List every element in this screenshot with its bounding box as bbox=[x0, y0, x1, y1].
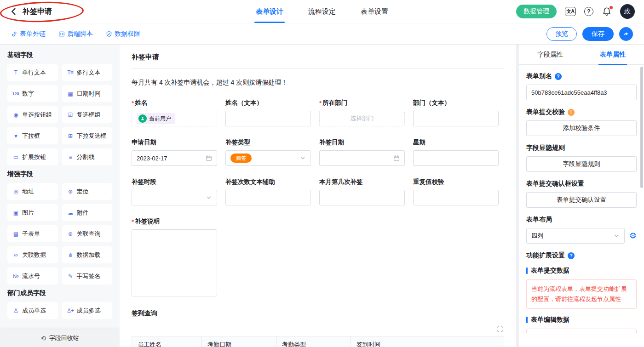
remark-textarea[interactable] bbox=[132, 229, 217, 296]
tab-form-settings[interactable]: 表单设置 bbox=[359, 0, 390, 23]
field-type-data-load[interactable]: ılı数据加载 bbox=[62, 246, 113, 263]
recycle-icon: ⟲ bbox=[40, 335, 46, 342]
field-type-label: 附件 bbox=[77, 209, 89, 217]
resign-date-input[interactable] bbox=[319, 150, 405, 166]
field-type-member-single[interactable]: ♙成员单选 bbox=[7, 302, 58, 319]
form-field-weekday[interactable]: 星期 bbox=[413, 138, 499, 166]
translate-icon[interactable]: 文A bbox=[565, 7, 576, 16]
field-type-divider[interactable]: ≡分割线 bbox=[62, 148, 113, 165]
backend-script-link[interactable]: 后端脚本 bbox=[58, 30, 93, 38]
calendar-icon bbox=[393, 155, 400, 161]
field-type-image[interactable]: ▣图片 bbox=[7, 204, 58, 221]
field-label: 姓名（文本） bbox=[225, 99, 311, 107]
form-field-resign-date[interactable]: 补签日期 bbox=[319, 138, 405, 166]
fullscreen-expand-icon[interactable] bbox=[497, 326, 503, 332]
sub-toolbar-actions: 预览 保存 bbox=[546, 27, 633, 41]
question-icon[interactable]: ? bbox=[568, 252, 575, 259]
save-button[interactable]: 保存 bbox=[582, 27, 614, 41]
field-type-select[interactable]: ▾下拉框 bbox=[7, 127, 58, 144]
tab-field-properties[interactable]: 字段属性 bbox=[519, 45, 581, 64]
field-type-linked-query[interactable]: ⊚关联查询 bbox=[62, 225, 113, 242]
field-type-address[interactable]: ◎地址 bbox=[7, 183, 58, 200]
field-type-member-multi[interactable]: ♙+成员多选 bbox=[62, 302, 113, 319]
form-field-remark[interactable]: 补签说明 bbox=[132, 217, 217, 296]
department-picker[interactable]: 选择部门 bbox=[319, 111, 405, 126]
help-icon[interactable]: ? bbox=[584, 7, 593, 16]
field-type-multi-line-text[interactable]: T≡多行文本 bbox=[62, 64, 113, 81]
tab-flow-settings[interactable]: 流程设定 bbox=[307, 0, 337, 23]
field-type-label: 地址 bbox=[22, 188, 34, 196]
submit-confirm-button[interactable]: 表单提交确认设置 bbox=[526, 192, 637, 208]
form-description[interactable]: 每月共有 4 次补签申请机会，超过 4 次则按请假处理！ bbox=[132, 79, 504, 87]
field-type-checkbox-group[interactable]: ☑复选框组 bbox=[62, 106, 113, 123]
field-type-label: 数据加载 bbox=[77, 251, 101, 259]
department-text-input[interactable] bbox=[413, 111, 499, 126]
name-widget[interactable]: 当前用户 bbox=[132, 111, 217, 126]
data-manage-button[interactable]: 数据管理 bbox=[516, 5, 557, 18]
form-field-apply-date[interactable]: 申请日期 2023-02-17 bbox=[132, 138, 217, 166]
gear-icon[interactable]: ⚙ bbox=[629, 232, 637, 240]
column-header[interactable]: 员工姓名 bbox=[132, 336, 202, 347]
field-type-label: 子表单 bbox=[22, 230, 40, 238]
form-field-department[interactable]: 所在部门 选择部门 bbox=[319, 99, 405, 126]
data-permission-link[interactable]: 数据权限 bbox=[106, 30, 140, 38]
warning-icon[interactable]: ! bbox=[568, 109, 575, 116]
column-header[interactable]: 签到时间 bbox=[351, 336, 504, 347]
tab-form-design[interactable]: 表单设计 bbox=[254, 0, 285, 23]
field-type-radio-group[interactable]: ◉单选按钮组 bbox=[7, 106, 58, 123]
count-helper-input[interactable] bbox=[225, 190, 311, 205]
field-type-subform[interactable]: ▤子表单 bbox=[7, 225, 58, 242]
form-field-resign-type[interactable]: 补签类型 漏签 bbox=[225, 138, 311, 166]
form-field-name[interactable]: 姓名 当前用户 bbox=[132, 99, 217, 126]
link-icon bbox=[11, 31, 17, 37]
form-field-count-helper[interactable]: 补签次数文本辅助 bbox=[225, 178, 311, 205]
field-type-single-line-text[interactable]: T单行文本 bbox=[7, 64, 58, 81]
column-header[interactable]: 考勤日期 bbox=[202, 336, 276, 347]
field-type-number[interactable]: 123数字 bbox=[7, 85, 58, 102]
image-icon: ▣ bbox=[11, 210, 20, 216]
question-icon[interactable]: ? bbox=[555, 73, 562, 80]
page-title: 补签申请 bbox=[23, 7, 52, 17]
add-check-condition-button[interactable]: 添加校验条件 bbox=[526, 120, 637, 136]
share-button[interactable] bbox=[619, 27, 633, 41]
layout-select[interactable]: 四列 bbox=[526, 228, 625, 244]
form-field-name-text[interactable]: 姓名（文本） bbox=[225, 99, 311, 126]
visibility-rules-button[interactable]: 字段显隐规则 bbox=[526, 156, 637, 172]
calendar-icon bbox=[206, 155, 212, 161]
checkbox-icon: ☑ bbox=[66, 112, 75, 118]
month-count-input[interactable] bbox=[319, 190, 405, 205]
field-type-linked-data[interactable]: ∞关联数据 bbox=[7, 246, 58, 263]
duplicate-check-input[interactable] bbox=[413, 190, 499, 205]
field-type-location[interactable]: ⊕定位 bbox=[62, 183, 113, 200]
form-external-link[interactable]: 表单外链 bbox=[11, 30, 46, 38]
field-type-multi-select[interactable]: ⊞下拉复选框 bbox=[62, 127, 113, 144]
form-field-department-text[interactable]: 部门（文本） bbox=[413, 99, 499, 126]
notification-bell-icon[interactable] bbox=[602, 6, 612, 17]
weekday-input[interactable] bbox=[413, 150, 499, 166]
column-header[interactable]: 考勤类型 bbox=[276, 336, 351, 347]
form-title[interactable]: 补签申请 bbox=[132, 45, 504, 68]
tab-form-properties[interactable]: 表单属性 bbox=[581, 45, 644, 64]
field-recycle-bin[interactable]: ⟲ 字段回收站 bbox=[0, 330, 120, 347]
layout-label: 表单布局 bbox=[526, 216, 552, 224]
field-type-attachment[interactable]: ☁附件 bbox=[62, 204, 113, 221]
field-type-datetime[interactable]: ▦日期时间 bbox=[62, 85, 113, 102]
avatar[interactable]: 政 bbox=[620, 4, 635, 19]
name-text-input[interactable] bbox=[225, 111, 311, 126]
form-field-duplicate-check[interactable]: 重复值校验 bbox=[413, 178, 499, 205]
checkin-query-title[interactable]: 签到查询 bbox=[132, 309, 504, 318]
field-type-serial-number[interactable]: №流水号 bbox=[7, 267, 58, 284]
alias-input[interactable] bbox=[526, 85, 637, 100]
resign-period-select[interactable] bbox=[132, 190, 217, 205]
apply-date-input[interactable]: 2023-02-17 bbox=[132, 150, 217, 166]
form-field-month-count[interactable]: 本月第几次补签 bbox=[319, 178, 405, 205]
back-button[interactable] bbox=[9, 7, 18, 16]
resign-type-select[interactable]: 漏签 bbox=[225, 150, 311, 166]
preview-button[interactable]: 预览 bbox=[546, 27, 577, 41]
extend-button-icon: ▭ bbox=[11, 154, 20, 160]
field-type-label: 复选框组 bbox=[77, 111, 101, 119]
scrollbar[interactable] bbox=[640, 67, 643, 188]
form-field-resign-period[interactable]: 补签时段 bbox=[132, 178, 217, 205]
field-type-extend-button[interactable]: ▭扩展按钮 bbox=[7, 148, 58, 165]
field-type-signature[interactable]: ✎手写签名 bbox=[62, 267, 113, 284]
